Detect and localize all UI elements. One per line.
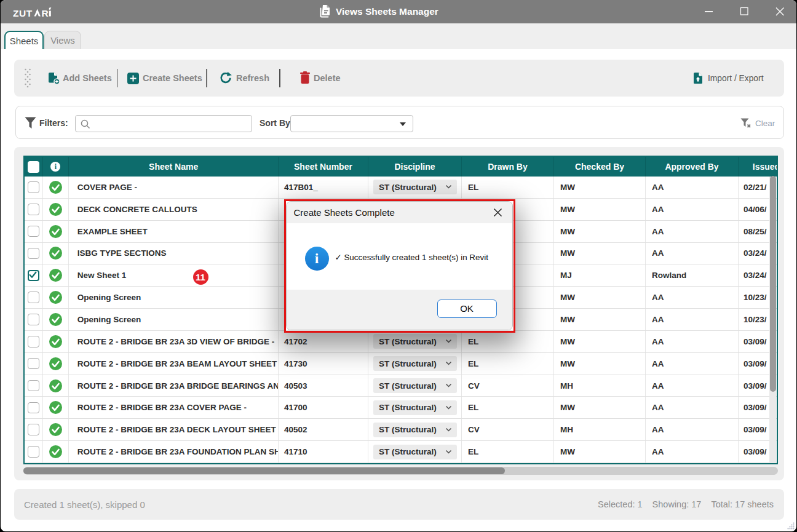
svg-text:ZUT: ZUT [13, 8, 33, 18]
svg-text:R: R [42, 8, 49, 18]
